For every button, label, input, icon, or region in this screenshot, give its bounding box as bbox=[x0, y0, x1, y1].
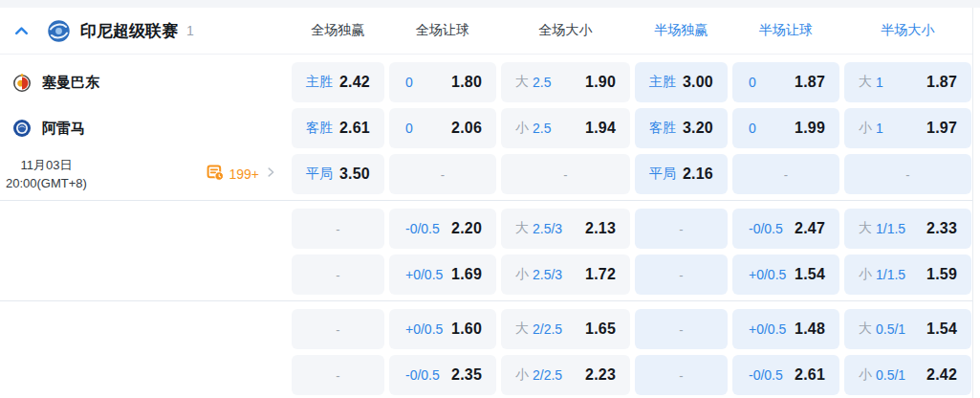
odds-block-alt-2: -+0/0.51.60大2/2.51.65-+0/0.51.48大0.5/11.… bbox=[0, 301, 972, 398]
odds-value: 3.50 bbox=[339, 166, 370, 183]
odds-cell-over-under[interactable]: 小2.51.94 bbox=[501, 108, 630, 148]
odds-cell-empty: - bbox=[292, 309, 384, 349]
over-under-side: 小 bbox=[515, 366, 529, 384]
match-time: 20:00(GMT+8) bbox=[6, 174, 87, 193]
odds-cell-over-under[interactable]: 大2.51.90 bbox=[501, 62, 630, 102]
odds-row: -+0/0.51.69小2.5/31.72-+0/0.51.54小1/1.51.… bbox=[0, 252, 972, 298]
odds-cell-handicap[interactable]: -0/0.52.61 bbox=[732, 355, 839, 395]
odds-cell-handicap[interactable]: +0/0.51.60 bbox=[389, 309, 496, 349]
over-under-side: 大 bbox=[859, 220, 872, 237]
odds-block-main: 塞曼巴东 主胜2.4201.80大2.51.90主胜3.0001.87大11.8… bbox=[0, 55, 972, 201]
odds-value: 2.61 bbox=[339, 120, 370, 137]
league-logo-icon bbox=[47, 19, 71, 43]
odds-cell-handicap[interactable]: -0/0.52.35 bbox=[389, 355, 496, 395]
odds-row: 阿雷马 客胜2.6102.06小2.51.94客胜3.2001.99小11.97 bbox=[0, 105, 972, 151]
empty-odds-placeholder: - bbox=[336, 368, 339, 383]
odds-cell-over-under[interactable]: 小2/2.52.23 bbox=[501, 355, 630, 395]
odds-cell-win[interactable]: 平局2.16 bbox=[635, 154, 728, 194]
odds-cell-over-under[interactable]: 小0.5/12.42 bbox=[844, 355, 971, 395]
odds-value: 2.42 bbox=[339, 74, 370, 91]
selection-label: 客胜 bbox=[649, 120, 676, 137]
odds-cell-empty: - bbox=[292, 254, 384, 295]
over-under-line: 0.5/1 bbox=[876, 321, 905, 337]
handicap-line: +0/0.5 bbox=[749, 267, 786, 282]
odds-value: 2.13 bbox=[585, 220, 616, 237]
odds-value: 1.97 bbox=[926, 120, 957, 137]
odds-cell-win[interactable]: 客胜2.61 bbox=[292, 108, 384, 148]
odds-value: 2.06 bbox=[451, 120, 482, 137]
over-under-line: 2/2.5 bbox=[533, 321, 562, 337]
odds-cell-handicap[interactable]: -0/0.52.20 bbox=[389, 209, 496, 249]
handicap-line: +0/0.5 bbox=[405, 267, 443, 282]
odds-cell-handicap[interactable]: 01.80 bbox=[389, 62, 496, 102]
odds-value: 2.23 bbox=[585, 366, 616, 384]
odds-cell-handicap[interactable]: +0/0.51.54 bbox=[732, 254, 839, 295]
selection-label: 主胜 bbox=[306, 74, 333, 91]
odds-value: 2.33 bbox=[926, 220, 957, 237]
odds-cell-over-under[interactable]: 大1/1.52.33 bbox=[844, 209, 971, 249]
odds-cell-empty: - bbox=[732, 154, 839, 194]
odds-cell-over-under[interactable]: 小1/1.51.59 bbox=[844, 254, 971, 295]
handicap-line: -0/0.5 bbox=[405, 367, 440, 383]
handicap-line: +0/0.5 bbox=[749, 321, 786, 337]
handicap-line: -0/0.5 bbox=[749, 221, 783, 236]
odds-value: 3.20 bbox=[683, 120, 713, 137]
over-under-side: 小 bbox=[859, 366, 872, 384]
odds-cell-handicap[interactable]: 01.99 bbox=[732, 108, 839, 148]
empty-odds-placeholder: - bbox=[336, 222, 339, 236]
handicap-line: 0 bbox=[405, 75, 413, 90]
empty-odds-placeholder: - bbox=[563, 167, 567, 182]
match-date: 11月03日 bbox=[6, 156, 87, 175]
odds-cell-over-under[interactable]: 小11.97 bbox=[844, 108, 971, 148]
odds-cell-win[interactable]: 平局3.50 bbox=[292, 154, 384, 194]
odds-cell-over-under[interactable]: 大2.5/32.13 bbox=[501, 209, 630, 249]
handicap-line: 0 bbox=[405, 121, 413, 136]
odds-cell-empty: - bbox=[844, 154, 971, 194]
odds-cell-win[interactable]: 客胜3.20 bbox=[635, 108, 728, 148]
odds-cell-over-under[interactable]: 小2.5/31.72 bbox=[501, 254, 630, 295]
handicap-line: -0/0.5 bbox=[405, 221, 440, 236]
odds-cell-handicap[interactable]: 01.87 bbox=[732, 62, 839, 102]
home-team-name: 塞曼巴东 bbox=[42, 74, 99, 92]
odds-value: 1.94 bbox=[585, 120, 616, 137]
league-title[interactable]: 印尼超级联赛 bbox=[80, 20, 178, 42]
more-markets-link[interactable]: 199+ bbox=[207, 164, 277, 185]
odds-row: --0/0.52.20大2.5/32.13--0/0.52.47大1/1.52.… bbox=[0, 206, 972, 252]
odds-cell-over-under[interactable]: 大11.87 bbox=[844, 62, 971, 102]
empty-odds-placeholder: - bbox=[784, 167, 788, 182]
empty-odds-placeholder: - bbox=[336, 322, 339, 337]
odds-cell-win[interactable]: 主胜2.42 bbox=[292, 62, 384, 102]
more-markets-count: 199+ bbox=[229, 166, 259, 182]
odds-cell-over-under[interactable]: 大2/2.51.65 bbox=[501, 309, 630, 349]
league-odds-card: 印尼超级联赛 1 全场独赢 全场让球 全场大小 半场独赢 半场让球 半场大小 塞… bbox=[0, 8, 973, 398]
over-under-side: 大 bbox=[515, 220, 529, 237]
over-under-line: 0.5/1 bbox=[876, 367, 905, 383]
odds-value: 1.72 bbox=[585, 266, 616, 283]
column-header-half-over-under: 半场大小 bbox=[844, 22, 971, 39]
away-team-row[interactable]: 阿雷马 bbox=[0, 119, 287, 138]
over-under-side: 小 bbox=[859, 120, 872, 137]
odds-value: 1.80 bbox=[451, 74, 482, 91]
page-top-strip bbox=[0, 0, 980, 8]
over-under-line: 1 bbox=[876, 121, 883, 136]
odds-value: 1.48 bbox=[795, 321, 825, 338]
odds-cell-win[interactable]: 主胜3.00 bbox=[635, 62, 728, 102]
handicap-line: 0 bbox=[749, 121, 756, 136]
over-under-line: 2.5/3 bbox=[533, 267, 562, 282]
odds-value: 2.35 bbox=[451, 366, 482, 384]
odds-value: 1.87 bbox=[926, 74, 957, 91]
home-team-row[interactable]: 塞曼巴东 bbox=[0, 73, 287, 92]
odds-cell-handicap[interactable]: 02.06 bbox=[389, 108, 496, 148]
odds-row: --0/0.52.35小2/2.52.23--0/0.52.61小0.5/12.… bbox=[0, 352, 972, 398]
odds-cell-handicap[interactable]: +0/0.51.48 bbox=[732, 309, 839, 349]
odds-value: 1.54 bbox=[795, 266, 825, 283]
odds-cell-empty: - bbox=[389, 154, 496, 194]
column-header-full-handicap: 全场让球 bbox=[389, 22, 496, 39]
over-under-line: 1/1.5 bbox=[876, 267, 905, 282]
odds-cell-over-under[interactable]: 大0.5/11.54 bbox=[844, 309, 971, 349]
selection-label: 平局 bbox=[649, 166, 676, 183]
chevron-up-icon[interactable] bbox=[13, 23, 30, 39]
odds-cell-handicap[interactable]: +0/0.51.69 bbox=[389, 254, 496, 295]
over-under-line: 1/1.5 bbox=[876, 221, 905, 236]
odds-cell-handicap[interactable]: -0/0.52.47 bbox=[732, 209, 839, 249]
